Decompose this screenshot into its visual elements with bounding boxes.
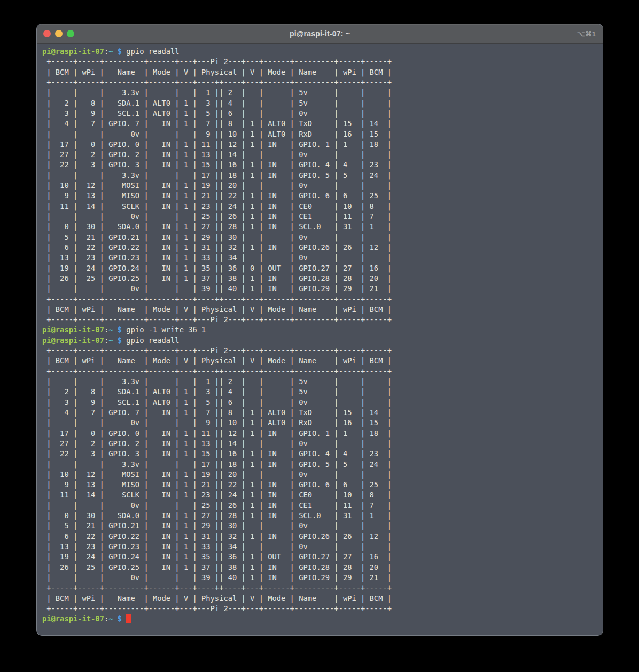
- terminal-output-line: | | | 3.3v | | | 1 || 2 | | | 5v | | |: [42, 88, 603, 98]
- prompt-colon: :: [104, 325, 108, 334]
- terminal-output-line: | | | 0v | | | 9 || 10 | 1 | ALT0 | RxD …: [42, 129, 603, 139]
- terminal-output-line: | 6 | 22 | GPIO.22 | IN | 1 | 31 || 32 |…: [42, 532, 603, 542]
- terminal-window: pi@raspi-it-07: ~ ⌥⌘1 pi@raspi-it-07:~ $…: [36, 24, 603, 636]
- terminal-output-line: | 2 | 8 | SDA.1 | ALT0 | 1 | 3 || 4 | | …: [42, 98, 603, 108]
- terminal-output-line: | 3 | 9 | SCL.1 | ALT0 | 1 | 5 || 6 | | …: [42, 397, 603, 408]
- terminal-output-line: | 13 | 23 | GPIO.23 | IN | 1 | 33 || 34 …: [42, 253, 603, 263]
- terminal-prompt-line: pi@raspi-it-07:~ $ gpio readall: [42, 46, 603, 57]
- prompt-dollar: $: [113, 47, 126, 56]
- terminal-output-line: | 19 | 24 | GPIO.24 | IN | 1 | 35 || 36 …: [42, 263, 603, 274]
- terminal-output-line: | 22 | 3 | GPIO. 3 | IN | 1 | 15 || 16 |…: [42, 449, 603, 459]
- terminal-output-line: | 27 | 2 | GPIO. 2 | IN | 1 | 13 || 14 |…: [42, 439, 603, 449]
- terminal-output-line: | 13 | 23 | GPIO.23 | IN | 1 | 33 || 34 …: [42, 542, 603, 552]
- minimize-button[interactable]: [55, 30, 63, 37]
- terminal-output-line: | 19 | 24 | GPIO.24 | IN | 1 | 35 || 36 …: [42, 552, 603, 562]
- terminal-output-line: | BCM | wPi | Name | Mode | V | Physical…: [42, 356, 603, 366]
- terminal-output-line: | | | 3.3v | | | 17 || 18 | 1 | IN | GPI…: [42, 170, 603, 181]
- terminal-output-line: | | | 0v | | | 9 || 10 | 1 | ALT0 | RxD …: [42, 418, 603, 428]
- prompt-dollar: $: [113, 614, 126, 623]
- terminal-output-line: | | | 0v | | | 25 || 26 | 1 | IN | CE1 |…: [42, 501, 603, 511]
- terminal-content[interactable]: pi@raspi-it-07:~ $ gpio readall +-----+-…: [37, 44, 603, 635]
- terminal-output-line: | 11 | 14 | SCLK | IN | 1 | 23 || 24 | 1…: [42, 201, 603, 212]
- prompt-dollar: $: [113, 336, 126, 345]
- terminal-output-line: | 10 | 12 | MOSI | IN | 1 | 19 || 20 | |…: [42, 470, 603, 480]
- terminal-output-line: +-----+-----+---------+------+---+----++…: [42, 583, 603, 593]
- terminal-output-line: +-----+-----+---------+------+---+----++…: [42, 366, 603, 377]
- terminal-output-line: | BCM | wPi | Name | Mode | V | Physical…: [42, 304, 603, 315]
- command-text: gpio readall: [126, 336, 179, 345]
- terminal-output-line: | | | 3.3v | | | 1 || 2 | | | 5v | | |: [42, 377, 603, 387]
- prompt-colon: :: [104, 336, 108, 345]
- terminal-output-line: | 6 | 22 | GPIO.22 | IN | 1 | 31 || 32 |…: [42, 243, 603, 253]
- prompt-colon: :: [104, 47, 108, 56]
- terminal-output-line: | 5 | 21 | GPIO.21 | IN | 1 | 29 || 30 |…: [42, 232, 603, 243]
- terminal-output-line: | 3 | 9 | SCL.1 | ALT0 | 1 | 5 || 6 | | …: [42, 108, 603, 119]
- prompt-user-host: pi@raspi-it-07: [42, 325, 104, 334]
- prompt-user-host: pi@raspi-it-07: [42, 47, 104, 56]
- terminal-output-line: +-----+-----+---------+------+---+---Pi …: [42, 315, 603, 325]
- terminal-output-line: | BCM | wPi | Name | Mode | V | Physical…: [42, 593, 603, 604]
- terminal-output-line: | | | 0v | | | 25 || 26 | 1 | IN | CE1 |…: [42, 212, 603, 222]
- terminal-output-line: | 4 | 7 | GPIO. 7 | IN | 1 | 7 || 8 | 1 …: [42, 119, 603, 129]
- terminal-output-line: | 26 | 25 | GPIO.25 | IN | 1 | 37 || 38 …: [42, 274, 603, 284]
- prompt-colon: :: [104, 614, 108, 623]
- terminal-output-line: | 9 | 13 | MISO | IN | 1 | 21 || 22 | 1 …: [42, 191, 603, 201]
- command-text: gpio readall: [126, 47, 179, 56]
- terminal-output-line: +-----+-----+---------+------+---+---Pi …: [42, 57, 603, 67]
- terminal-cursor: [126, 614, 131, 623]
- terminal-output-line: | 0 | 30 | SDA.0 | IN | 1 | 27 || 28 | 1…: [42, 511, 603, 521]
- terminal-prompt-line: pi@raspi-it-07:~ $ gpio -1 write 36 1: [42, 325, 603, 335]
- terminal-output-line: | 5 | 21 | GPIO.21 | IN | 1 | 29 || 30 |…: [42, 521, 603, 531]
- terminal-output-line: | 4 | 7 | GPIO. 7 | IN | 1 | 7 || 8 | 1 …: [42, 408, 603, 418]
- terminal-output-line: | | | 3.3v | | | 17 || 18 | 1 | IN | GPI…: [42, 459, 603, 470]
- terminal-output-line: | 0 | 30 | SDA.0 | IN | 1 | 27 || 28 | 1…: [42, 222, 603, 232]
- terminal-output-line: | 17 | 0 | GPIO. 0 | IN | 1 | 11 || 12 |…: [42, 428, 603, 439]
- terminal-output-line: | 2 | 8 | SDA.1 | ALT0 | 1 | 3 || 4 | | …: [42, 387, 603, 397]
- terminal-output-line: | 9 | 13 | MISO | IN | 1 | 21 || 22 | 1 …: [42, 480, 603, 490]
- terminal-output-line: | 27 | 2 | GPIO. 2 | IN | 1 | 13 || 14 |…: [42, 150, 603, 160]
- terminal-output-line: | 22 | 3 | GPIO. 3 | IN | 1 | 15 || 16 |…: [42, 160, 603, 170]
- window-title: pi@raspi-it-07: ~: [290, 29, 350, 38]
- terminal-output-line: | | | 0v | | | 39 || 40 | 1 | IN | GPIO.…: [42, 284, 603, 294]
- prompt-dollar: $: [113, 325, 126, 334]
- terminal-output-line: +-----+-----+---------+------+---+---Pi …: [42, 346, 603, 356]
- desktop-background: { "window": { "title": "pi@raspi-it-07: …: [0, 0, 639, 672]
- prompt-user-host: pi@raspi-it-07: [42, 336, 104, 345]
- terminal-output-line: | 11 | 14 | SCLK | IN | 1 | 23 || 24 | 1…: [42, 490, 603, 500]
- titlebar[interactable]: pi@raspi-it-07: ~ ⌥⌘1: [37, 24, 603, 44]
- zoom-button[interactable]: [67, 30, 74, 37]
- terminal-output-line: | 17 | 0 | GPIO. 0 | IN | 1 | 11 || 12 |…: [42, 139, 603, 150]
- terminal-output-line: +-----+-----+---------+------+---+----++…: [42, 294, 603, 304]
- terminal-output-line: | | | 0v | | | 39 || 40 | 1 | IN | GPIO.…: [42, 573, 603, 583]
- terminal-output-line: | 10 | 12 | MOSI | IN | 1 | 19 || 20 | |…: [42, 181, 603, 191]
- terminal-output-line: +-----+-----+---------+------+---+---Pi …: [42, 604, 603, 614]
- terminal-prompt-line: pi@raspi-it-07:~ $ gpio readall: [42, 335, 603, 346]
- terminal-output-line: | 26 | 25 | GPIO.25 | IN | 1 | 37 || 38 …: [42, 562, 603, 573]
- terminal-output-line: +-----+-----+---------+------+---+----++…: [42, 77, 603, 88]
- command-text: gpio -1 write 36 1: [126, 325, 206, 334]
- prompt-user-host: pi@raspi-it-07: [42, 614, 104, 623]
- terminal-prompt-line: pi@raspi-it-07:~ $: [42, 614, 603, 624]
- traffic-lights: [43, 24, 74, 43]
- close-button[interactable]: [43, 30, 51, 37]
- window-shortcut-badge: ⌥⌘1: [577, 24, 596, 43]
- terminal-output-line: | BCM | wPi | Name | Mode | V | Physical…: [42, 67, 603, 77]
